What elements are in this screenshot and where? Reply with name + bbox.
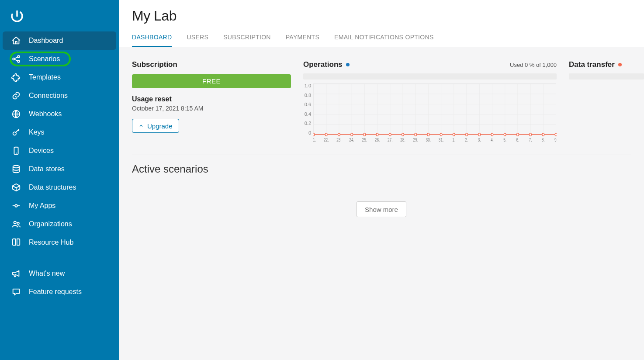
tab-users[interactable]: USERS bbox=[187, 34, 208, 47]
page-title: My Lab bbox=[132, 8, 631, 24]
sidebar-item-label: Keys bbox=[29, 128, 45, 136]
upgrade-button[interactable]: Upgrade bbox=[132, 119, 179, 133]
tab-dashboard[interactable]: DASHBOARD bbox=[132, 34, 172, 47]
svg-point-46 bbox=[364, 133, 366, 136]
svg-point-44 bbox=[338, 133, 340, 136]
sidebar-item-feature-requests[interactable]: Feature requests bbox=[3, 283, 116, 301]
sidebar-item-label: Resource Hub bbox=[29, 239, 73, 246]
operations-chart-svg: 21.22.23.24.25.26.27.28.29.30.31.1.2.3.4… bbox=[313, 83, 557, 144]
link-icon bbox=[11, 91, 21, 100]
primary-nav: Dashboard Scenarios Templates Connecti bbox=[0, 31, 119, 301]
box-icon bbox=[11, 183, 21, 192]
megaphone-icon bbox=[11, 269, 21, 278]
users-icon bbox=[11, 219, 21, 229]
chart-y-axis: 1.00.80.60.40.20 bbox=[303, 83, 313, 135]
svg-point-54 bbox=[466, 133, 468, 136]
tab-payments[interactable]: PAYMENTS bbox=[286, 34, 319, 47]
svg-point-49 bbox=[402, 133, 404, 136]
svg-line-5 bbox=[14, 57, 17, 59]
svg-point-47 bbox=[376, 133, 378, 136]
operations-progress-bar bbox=[303, 73, 557, 80]
data-transfer-title: Data transfer bbox=[569, 60, 615, 69]
sidebar-item-webhooks[interactable]: Webhooks bbox=[3, 105, 116, 123]
svg-text:3.: 3. bbox=[478, 137, 481, 142]
svg-point-50 bbox=[415, 133, 417, 136]
key-icon bbox=[11, 128, 21, 137]
svg-rect-17 bbox=[314, 84, 556, 135]
active-scenarios-title: Active scenarios bbox=[132, 163, 644, 175]
svg-text:5.: 5. bbox=[503, 137, 506, 142]
sidebar-item-organizations[interactable]: Organizations bbox=[3, 215, 116, 233]
power-icon bbox=[10, 9, 24, 24]
svg-point-15 bbox=[14, 222, 17, 224]
sidebar: Dashboard Scenarios Templates Connecti bbox=[0, 0, 119, 360]
svg-point-60 bbox=[542, 133, 544, 136]
sidebar-item-keys[interactable]: Keys bbox=[3, 123, 116, 142]
svg-point-58 bbox=[516, 133, 519, 136]
sidebar-item-my-apps[interactable]: My Apps bbox=[3, 197, 116, 215]
app-logo bbox=[0, 6, 119, 31]
operations-chart: 1.00.80.60.40.20 21.22.23.24.25.26.27.28… bbox=[303, 83, 557, 144]
sidebar-item-label: My Apps bbox=[29, 202, 55, 210]
svg-text:21.: 21. bbox=[313, 137, 316, 142]
puzzle-icon bbox=[11, 73, 21, 82]
data-transfer-card: Data transfer bbox=[569, 60, 644, 144]
sidebar-item-label: Feature requests bbox=[29, 288, 82, 296]
sidebar-item-scenarios[interactable]: Scenarios bbox=[3, 50, 116, 68]
tab-subscription[interactable]: SUBSCRIPTION bbox=[223, 34, 271, 47]
sidebar-item-connections[interactable]: Connections bbox=[3, 87, 116, 105]
svg-text:27.: 27. bbox=[388, 137, 393, 142]
sidebar-item-devices[interactable]: Devices bbox=[3, 142, 116, 160]
operations-used-text: Used 0 % of 1,000 bbox=[510, 62, 557, 68]
svg-point-11 bbox=[13, 166, 20, 168]
svg-point-53 bbox=[453, 133, 455, 136]
data-transfer-dot-icon bbox=[618, 63, 622, 66]
main-content: My Lab DASHBOARD USERS SUBSCRIPTION PAYM… bbox=[119, 0, 644, 360]
plan-pill: FREE bbox=[132, 74, 291, 88]
sidebar-item-label: Organizations bbox=[29, 220, 72, 228]
sidebar-item-label: Webhooks bbox=[29, 110, 62, 118]
content-area: Subscription FREE Usage reset October 17… bbox=[119, 47, 644, 360]
sidebar-item-label: What's new bbox=[29, 270, 65, 277]
show-more-button[interactable]: Show more bbox=[357, 201, 406, 217]
sidebar-item-resource-hub[interactable]: Resource Hub bbox=[3, 233, 116, 252]
operations-title: Operations bbox=[303, 60, 343, 69]
sidebar-item-data-structures[interactable]: Data structures bbox=[3, 178, 116, 197]
sidebar-item-dashboard[interactable]: Dashboard bbox=[3, 31, 116, 50]
svg-point-52 bbox=[440, 133, 442, 136]
book-icon bbox=[11, 238, 21, 247]
tab-email-notifications[interactable]: EMAIL NOTIFICATIONS OPTIONS bbox=[334, 34, 433, 47]
sidebar-item-whats-new[interactable]: What's new bbox=[3, 264, 116, 283]
operations-dot-icon bbox=[346, 63, 350, 66]
sidebar-item-label: Devices bbox=[29, 147, 54, 155]
svg-point-48 bbox=[389, 133, 391, 136]
usage-reset-date: October 17, 2021 8:15 AM bbox=[132, 105, 291, 112]
sidebar-item-label: Data stores bbox=[29, 165, 65, 173]
svg-point-51 bbox=[427, 133, 429, 136]
sidebar-item-label: Dashboard bbox=[29, 37, 63, 45]
svg-text:4.: 4. bbox=[491, 137, 494, 142]
nav-divider-bottom bbox=[9, 351, 110, 351]
svg-text:25.: 25. bbox=[362, 137, 367, 142]
subscription-card: Subscription FREE Usage reset October 17… bbox=[132, 60, 291, 144]
svg-text:23.: 23. bbox=[336, 137, 342, 142]
svg-text:9.: 9. bbox=[554, 137, 557, 142]
svg-text:2.: 2. bbox=[465, 137, 468, 142]
chevron-up-icon bbox=[138, 123, 144, 128]
sidebar-item-data-stores[interactable]: Data stores bbox=[3, 160, 116, 178]
home-icon bbox=[11, 36, 21, 45]
phone-icon bbox=[11, 146, 21, 156]
section-divider bbox=[132, 155, 631, 155]
svg-point-12 bbox=[15, 204, 17, 207]
svg-text:7.: 7. bbox=[529, 137, 532, 142]
commit-icon bbox=[11, 201, 21, 211]
svg-text:1.: 1. bbox=[452, 137, 455, 142]
usage-reset-label: Usage reset bbox=[132, 95, 291, 103]
sidebar-item-templates[interactable]: Templates bbox=[3, 68, 116, 87]
sidebar-item-label: Scenarios bbox=[29, 55, 60, 63]
chat-icon bbox=[11, 287, 21, 297]
data-transfer-progress-bar bbox=[569, 73, 644, 80]
svg-point-56 bbox=[491, 133, 493, 136]
sidebar-item-label: Data structures bbox=[29, 183, 76, 191]
svg-line-6 bbox=[14, 59, 17, 61]
